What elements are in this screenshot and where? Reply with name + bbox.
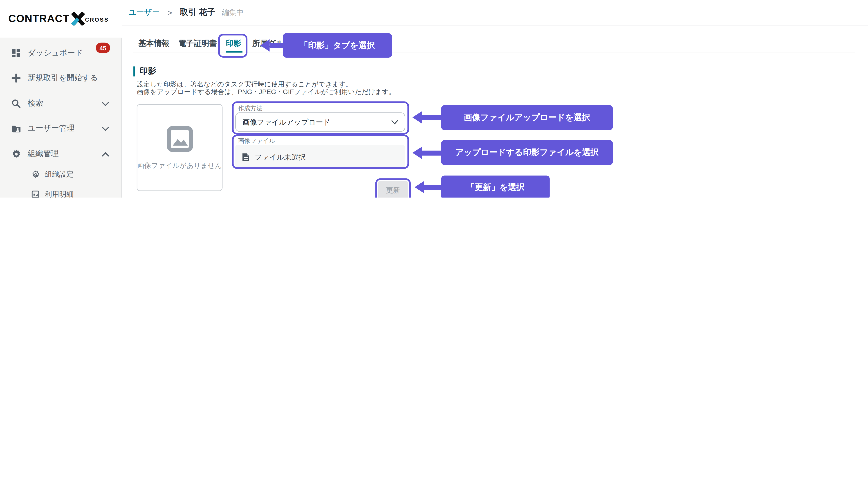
statement-icon xyxy=(31,190,40,198)
tab-certificate[interactable]: 電子証明書 xyxy=(178,39,217,53)
callout-update: 「更新」を選択 xyxy=(441,176,550,198)
sidebar-item-label: ユーザー管理 xyxy=(28,124,74,133)
tab-seal[interactable]: 印影 xyxy=(226,39,241,53)
main-area: ユーザー > 取引 花子 編集中 基本情報 電子証明書 印影 所属グループ 印影… xyxy=(122,0,868,198)
editing-status-label: 編集中 xyxy=(222,7,244,17)
notification-badge: 45 xyxy=(96,43,110,53)
dashboard-icon xyxy=(11,48,21,58)
sidebar-item-org-settings[interactable]: 組織設定 xyxy=(0,166,121,183)
creation-method-value: 画像ファイルアップロード xyxy=(243,117,331,127)
active-tab-underline xyxy=(226,51,243,53)
sidebar: CONTRACT CROSS ダッシュボード 45 xyxy=(0,0,122,198)
chevron-down-icon xyxy=(102,99,109,108)
sidebar-item-label: 検索 xyxy=(28,98,43,109)
preview-empty-text: 画像ファイルがありません xyxy=(137,161,222,171)
section-accent-bar xyxy=(133,66,135,76)
breadcrumb-users-link[interactable]: ユーザー xyxy=(128,7,160,17)
section-title: 印影 xyxy=(140,66,156,77)
logo-contract-text: CONTRACT xyxy=(8,13,69,25)
user-folder-icon xyxy=(11,124,21,133)
app-root: ユーザー > 取引 花子 編集中 基本情報 電子証明書 印影 所属グループ 印影… xyxy=(0,0,868,198)
gear-outline-icon xyxy=(31,170,40,179)
callout-method: 画像ファイルアップロードを選択 xyxy=(441,105,613,130)
callout-tab-arrow xyxy=(260,39,283,52)
update-button[interactable]: 更新 xyxy=(378,181,408,198)
gear-icon xyxy=(11,149,21,159)
callout-file: アップロードする印影ファイルを選択 xyxy=(441,140,613,165)
file-icon xyxy=(242,153,250,161)
image-file-input[interactable]: ファイル未選択 xyxy=(235,145,405,169)
tabs-divider xyxy=(133,53,856,53)
sidebar-item-label: 新規取引を開始する xyxy=(28,73,98,83)
section-description-line2: 画像をアップロードする場合は、PNG・JPEG・GIFファイルがご利用いただけま… xyxy=(137,88,396,96)
logo-x-icon xyxy=(71,12,85,25)
sidebar-item-usage-statement[interactable]: 利用明細 xyxy=(0,186,121,198)
section-description-line1: 設定した印影は、署名などのタスク実行時に使用することができます。 xyxy=(137,80,352,88)
sidebar-item-new-transaction[interactable]: 新規取引を開始する xyxy=(0,68,121,88)
chevron-down-icon xyxy=(392,118,398,126)
callout-file-arrow xyxy=(412,147,441,159)
image-placeholder-icon xyxy=(165,125,194,156)
chevron-down-icon xyxy=(102,124,109,133)
sidebar-item-label: ダッシュボード xyxy=(28,48,83,58)
sidebar-item-search[interactable]: 検索 xyxy=(0,94,121,114)
sidebar-item-user-management[interactable]: ユーザー管理 xyxy=(0,119,121,139)
breadcrumb: ユーザー > 取引 花子 編集中 xyxy=(122,0,868,25)
sidebar-item-org-management[interactable]: 組織管理 xyxy=(0,144,121,164)
image-file-value: ファイル未選択 xyxy=(255,152,306,162)
app-logo[interactable]: CONTRACT CROSS xyxy=(0,0,122,38)
breadcrumb-separator: > xyxy=(167,8,172,17)
tab-basic-info[interactable]: 基本情報 xyxy=(138,39,169,53)
creation-method-label: 作成方法 xyxy=(238,104,262,113)
creation-method-select[interactable]: 画像ファイルアップロード xyxy=(235,113,405,132)
chevron-up-icon xyxy=(102,149,109,158)
callout-update-arrow xyxy=(414,181,441,193)
sidebar-item-label: 利用明細 xyxy=(45,189,73,198)
logo-cross-text: CROSS xyxy=(85,17,109,23)
sidebar-item-label: 組織設定 xyxy=(45,170,73,179)
breadcrumb-current-user: 取引 花子 xyxy=(180,7,215,18)
callout-tab: 「印影」タブを選択 xyxy=(283,33,392,58)
image-file-label: 画像ファイル xyxy=(238,137,275,145)
plus-icon xyxy=(11,73,21,83)
search-icon xyxy=(11,98,21,109)
sidebar-item-dashboard[interactable]: ダッシュボード 45 xyxy=(0,43,121,63)
section-header: 印影 xyxy=(133,66,156,77)
sidebar-item-label: 組織管理 xyxy=(28,149,59,159)
seal-preview-card: 画像ファイルがありません xyxy=(137,104,222,191)
callout-method-arrow xyxy=(412,111,441,124)
